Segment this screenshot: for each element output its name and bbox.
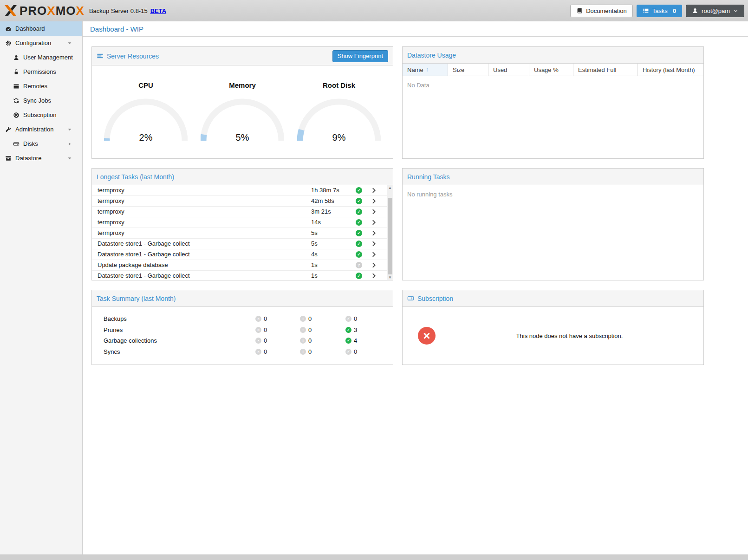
column-header-history-last-month-[interactable]: History (last Month) <box>638 64 703 76</box>
ok-circle-icon: ✓ <box>345 316 351 322</box>
status-ok-icon: ✓ <box>356 187 362 194</box>
task-row[interactable]: Update package database1s? <box>92 260 387 271</box>
tasks-scrollbar[interactable]: ▲ ▼ <box>387 185 393 280</box>
chevron-right-icon[interactable] <box>371 187 377 194</box>
summary-ok-stat: ✓0 <box>345 348 357 355</box>
gauge-label: Memory <box>229 81 256 89</box>
gauge-label: Root Disk <box>323 81 355 89</box>
caret-down-icon[interactable] <box>66 156 73 161</box>
column-header-estimated-full[interactable]: Estimated Full <box>573 64 638 76</box>
summary-warning-stat: !0 <box>300 348 312 355</box>
ok-circle-icon: ✓ <box>345 349 351 355</box>
task-duration: 5s <box>311 229 318 236</box>
user-menu-button[interactable]: root@pam <box>686 5 744 17</box>
sidebar-item-subscription[interactable]: Subscription <box>0 108 82 122</box>
task-list-icon <box>643 7 649 14</box>
sidebar-item-sync-jobs[interactable]: Sync Jobs <box>0 93 82 108</box>
sidebar-item-remotes[interactable]: Remotes <box>0 79 82 93</box>
task-row[interactable]: termproxy5s✓ <box>92 228 387 239</box>
brand-text: PROXMOX <box>20 4 85 18</box>
book-icon <box>576 7 583 14</box>
column-header-usage-[interactable]: Usage % <box>529 64 573 76</box>
chevron-right-icon[interactable] <box>371 230 377 236</box>
status-ok-icon: ✓ <box>356 241 362 247</box>
summary-warning-count: 0 <box>308 326 312 333</box>
sidebar-item-configuration[interactable]: Configuration <box>0 36 82 50</box>
warning-circle-icon: ! <box>300 338 306 344</box>
chevron-right-icon[interactable] <box>371 219 377 226</box>
column-header-used[interactable]: Used <box>488 64 529 76</box>
task-row[interactable]: Datastore store1 - Garbage collect5s✓ <box>92 239 387 249</box>
tasks-button[interactable]: Tasks 0 <box>637 5 682 17</box>
sidebar-item-datastore[interactable]: Datastore <box>0 151 82 165</box>
task-name: Update package database <box>98 261 168 268</box>
gauge-root-disk: Root Disk9% <box>292 65 386 158</box>
task-duration: 1h 38m 7s <box>311 187 339 194</box>
chevron-down-icon <box>733 8 738 13</box>
page-title-bar: Dashboard - WIP <box>83 21 748 37</box>
status-unknown-icon: ? <box>356 262 362 268</box>
running-tasks-empty-text: No running tasks <box>403 185 703 203</box>
column-label: Usage % <box>534 66 559 73</box>
documentation-button[interactable]: Documentation <box>570 5 632 17</box>
running-tasks-title: Running Tasks <box>407 173 450 181</box>
scrollbar-thumb[interactable] <box>388 198 392 274</box>
task-row[interactable]: termproxy42m 58s✓ <box>92 196 387 207</box>
chevron-right-icon[interactable] <box>371 262 377 268</box>
subscription-panel: Subscription × This node does not have a… <box>402 290 704 365</box>
chevron-right-icon[interactable] <box>371 251 377 258</box>
gauge-value: 2% <box>104 132 188 143</box>
beta-link[interactable]: BETA <box>150 7 166 14</box>
chevron-right-icon[interactable] <box>371 241 377 247</box>
scroll-down-icon[interactable]: ▼ <box>387 275 393 280</box>
column-header-size[interactable]: Size <box>448 64 488 76</box>
proxmox-logo: PROXMOX <box>4 4 85 18</box>
error-circle-icon: × <box>255 338 261 344</box>
gear-icon <box>5 40 12 46</box>
gauge-label: CPU <box>138 81 153 89</box>
caret-down-icon[interactable] <box>66 127 73 132</box>
task-row[interactable]: Datastore store1 - Garbage collect4s✓ <box>92 249 387 260</box>
ticket-icon <box>407 295 414 302</box>
task-row[interactable]: termproxy3m 21s✓ <box>92 207 387 217</box>
summary-ok-count: 0 <box>354 315 357 322</box>
task-row[interactable]: Datastore store1 - Garbage collect1s✓ <box>92 271 387 280</box>
warning-circle-icon: ! <box>300 327 306 333</box>
chevron-right-icon[interactable] <box>371 198 377 204</box>
page-title: Dashboard - WIP <box>90 25 143 33</box>
wrench-icon <box>5 126 12 133</box>
caret-right-icon[interactable] <box>66 141 73 147</box>
task-row[interactable]: termproxy14s✓ <box>92 217 387 228</box>
status-ok-icon: ✓ <box>356 273 362 279</box>
sidebar-item-permissions[interactable]: Permissions <box>0 65 82 79</box>
task-name: Datastore store1 - Garbage collect <box>98 272 190 279</box>
column-header-name[interactable]: Name↑ <box>403 64 448 76</box>
sidebar-item-disks[interactable]: Disks <box>0 137 82 151</box>
caret-down-icon[interactable] <box>66 40 73 46</box>
show-fingerprint-button[interactable]: Show Fingerprint <box>332 50 388 62</box>
tachometer-icon <box>5 26 12 32</box>
running-tasks-panel: Running Tasks No running tasks <box>402 168 704 280</box>
task-name: termproxy <box>98 219 124 226</box>
summary-warning-count: 0 <box>308 348 312 355</box>
chevron-right-icon[interactable] <box>371 273 377 279</box>
scroll-up-icon[interactable]: ▲ <box>387 186 393 190</box>
status-ok-icon: ✓ <box>356 251 362 258</box>
sidebar-item-dashboard[interactable]: Dashboard <box>0 21 82 36</box>
summary-warning-count: 0 <box>308 337 312 344</box>
sidebar-item-label: Dashboard <box>15 25 45 32</box>
sidebar-item-user-management[interactable]: User Management <box>0 50 82 65</box>
gauge-value: 5% <box>201 132 284 143</box>
sidebar-nav: DashboardConfigurationUser ManagementPer… <box>0 21 83 554</box>
summary-error-count: 0 <box>264 326 267 333</box>
task-row[interactable]: termproxy1h 38m 7s✓ <box>92 185 387 196</box>
task-duration: 3m 21s <box>311 208 331 215</box>
summary-ok-stat: ✓3 <box>345 326 357 333</box>
task-duration: 5s <box>311 240 318 247</box>
task-name: Datastore store1 - Garbage collect <box>98 251 190 258</box>
chevron-right-icon[interactable] <box>371 208 377 215</box>
task-duration: 4s <box>311 251 318 258</box>
column-label: History (last Month) <box>643 66 695 73</box>
sidebar-item-administration[interactable]: Administration <box>0 122 82 137</box>
datastore-usage-title: Datastore Usage <box>407 52 456 59</box>
